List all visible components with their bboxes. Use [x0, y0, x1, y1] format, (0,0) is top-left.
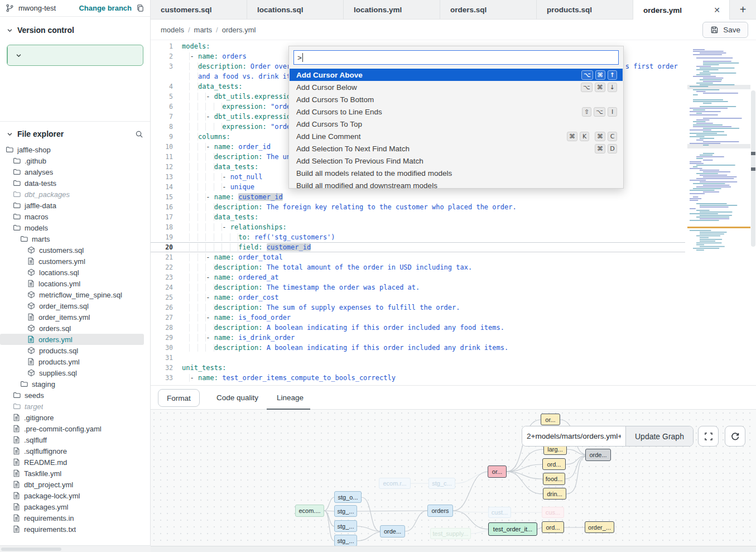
tree-item-marts[interactable]: marts [0, 233, 150, 244]
update-graph-button[interactable]: Update Graph [625, 426, 693, 446]
tree-item-label: .gitignore [24, 414, 54, 422]
tree-item-packages.yml[interactable]: packages.yml [0, 501, 150, 512]
tree-item-locations.yml[interactable]: locations.yml [0, 278, 150, 289]
tree-item-jaffle-data[interactable]: jaffle-data [0, 200, 150, 211]
tree-item-models[interactable]: models [0, 222, 150, 233]
lineage-node[interactable]: cus... [542, 507, 564, 518]
tree-item-.sqlfluff[interactable]: .sqlfluff [0, 434, 150, 445]
tree-item-order_items.sql[interactable]: order_items.sql [0, 300, 150, 311]
tab-locations.yml[interactable]: locations.yml [344, 0, 440, 19]
lineage-node[interactable]: ecom.... [295, 505, 324, 517]
tree-item-products.sql[interactable]: products.sql [0, 345, 150, 356]
lineage-node[interactable]: stg_c... [428, 478, 455, 489]
command-item-build-all-modified-and-downstream-models[interactable]: Build all modified and downstream models [290, 179, 623, 191]
lineage-node[interactable]: stg_o... [334, 491, 362, 503]
code-editor[interactable]: 1models:2 - name: orders3 description: O… [151, 40, 756, 385]
tree-item-.gitignore[interactable]: .gitignore [0, 412, 150, 423]
tree-item-metricflow_time_spine.sql[interactable]: metricflow_time_spine.sql [0, 289, 150, 300]
tree-item-.github[interactable]: .github [0, 155, 150, 166]
lineage-node[interactable]: test_supply... [430, 528, 471, 539]
lineage-node[interactable]: orders [427, 505, 453, 517]
code-line-32: 32unit_tests: [151, 363, 685, 373]
lineage-node[interactable]: orde... [380, 525, 405, 537]
minimap[interactable] [687, 46, 750, 254]
tree-item-dbt_packages[interactable]: dbt_packages [0, 189, 150, 200]
tab-orders.yml[interactable]: orders.yml✕ [633, 0, 730, 20]
tab-code-quality[interactable]: Code quality [216, 386, 258, 410]
lineage-node[interactable]: ecom.r... [379, 478, 411, 489]
tree-item-supplies.sql[interactable]: supplies.sql [0, 367, 150, 378]
tree-item-package-lock.yml[interactable]: package-lock.yml [0, 490, 150, 501]
tree-item-analyses[interactable]: analyses [0, 166, 150, 177]
lineage-node[interactable]: cust... [488, 507, 511, 518]
tree-item-customers.yml[interactable]: customers.yml [0, 256, 150, 267]
tree-item-staging[interactable]: staging [0, 378, 150, 390]
command-item-add-cursors-to-bottom[interactable]: Add Cursors To Bottom [290, 93, 623, 105]
tree-item-jaffle-shop[interactable]: jaffle-shop [0, 144, 150, 155]
tab-lineage[interactable]: Lineage [277, 386, 304, 410]
lineage-canvas[interactable]: ecom.r...stg_c...ecom....stg_o...stg_...… [151, 410, 756, 546]
tab-customers.sql[interactable]: customers.sql [151, 0, 247, 19]
command-item-build-all-models-related-to-the-modified-models[interactable]: Build all models related to the modified… [290, 167, 623, 179]
tree-item-target[interactable]: target [0, 401, 150, 412]
tree-item-seeds[interactable]: seeds [0, 390, 150, 401]
save-button[interactable]: Save [702, 22, 748, 38]
tab-orders.sql[interactable]: orders.sql [440, 0, 537, 19]
sidebar-scrollbar[interactable] [0, 545, 151, 552]
tab-locations.sql[interactable]: locations.sql [247, 0, 344, 19]
tab-products.sql[interactable]: products.sql [537, 0, 633, 19]
lineage-node[interactable]: stg_... [334, 505, 357, 517]
create-pr-button[interactable]: Create a pull request on Git... [7, 45, 143, 66]
format-button[interactable]: Format [158, 389, 200, 407]
tree-item-README.md[interactable]: README.md [0, 457, 150, 468]
tree-item-data-tests[interactable]: data-tests [0, 177, 150, 189]
command-item-add-cursors-to-line-ends[interactable]: Add Cursors to Line Ends⇧⌥I [290, 105, 623, 118]
tree-item-requirements.in[interactable]: requirements.in [0, 512, 150, 524]
lineage-node[interactable]: or... [488, 465, 507, 478]
close-tab-icon[interactable]: ✕ [712, 6, 721, 15]
lineage-node[interactable]: stg_... [334, 535, 357, 546]
command-item-add-line-comment[interactable]: Add Line Comment⌘K⌘C [290, 130, 623, 142]
command-item-add-cursor-above[interactable]: Add Cursor Above⌥⌘↑ [290, 69, 623, 81]
lineage-node[interactable]: orde... [585, 449, 611, 461]
lineage-node[interactable]: test_order_it... [488, 522, 537, 536]
lineage-node[interactable]: or... [541, 414, 560, 425]
command-item-add-cursors-to-top[interactable]: Add Cursors To Top [290, 118, 623, 130]
tree-item-Taskfile.yml[interactable]: Taskfile.yml [0, 468, 150, 479]
lineage-node[interactable]: ord... [542, 458, 566, 470]
breadcrumb-part[interactable]: marts [194, 26, 213, 34]
lineage-node[interactable]: ord... [542, 521, 564, 533]
lineage-node[interactable]: food... [543, 473, 565, 485]
tree-item-orders.sql[interactable]: orders.sql [0, 323, 150, 334]
breadcrumb-part[interactable]: orders.yml [222, 26, 256, 34]
lineage-node[interactable]: order_... [585, 521, 614, 533]
search-icon[interactable] [135, 130, 143, 138]
refresh-button[interactable] [725, 426, 745, 447]
command-input[interactable]: > [293, 50, 619, 65]
change-branch-link[interactable]: Change branch [79, 4, 132, 12]
pr-dropdown-toggle[interactable] [7, 45, 30, 65]
command-item-add-selection-to-previous-find-match[interactable]: Add Selection To Previous Find Match [290, 155, 623, 167]
tree-item-locations.sql[interactable]: locations.sql [0, 267, 150, 278]
tree-item-orders.yml[interactable]: orders.yml [0, 334, 144, 345]
version-control-header[interactable]: Version control [7, 22, 143, 38]
command-item-add-cursor-below[interactable]: Add Cursor Below⌥⌘↓ [290, 81, 623, 93]
command-item-add-selection-to-next-find-match[interactable]: Add Selection To Next Find Match⌘D [290, 142, 623, 155]
tree-item-.sqlfluffignore[interactable]: .sqlfluffignore [0, 445, 150, 457]
tree-item-order_items.yml[interactable]: order_items.yml [0, 311, 150, 323]
tree-item-customers.sql[interactable]: customers.sql [0, 244, 150, 256]
lineage-node[interactable]: drin... [543, 488, 566, 500]
tree-item-macros[interactable]: macros [0, 211, 150, 222]
copy-icon[interactable] [136, 4, 145, 12]
new-tab-button[interactable]: + [730, 0, 756, 19]
lineage-node[interactable]: stg_... [334, 520, 357, 532]
file-explorer-header[interactable]: File explorer [7, 126, 143, 142]
editor-scrollbar[interactable] [750, 40, 756, 385]
breadcrumb-part[interactable]: models [161, 26, 184, 34]
fullscreen-button[interactable] [698, 426, 719, 447]
lineage-filter-input[interactable] [522, 426, 625, 446]
tree-item-.pre-commit-config.yaml[interactable]: .pre-commit-config.yaml [0, 423, 150, 434]
tree-item-requirements.txt[interactable]: requirements.txt [0, 524, 150, 535]
tree-item-dbt_project.yml[interactable]: dbt_project.yml [0, 479, 150, 490]
tree-item-products.yml[interactable]: products.yml [0, 356, 150, 367]
